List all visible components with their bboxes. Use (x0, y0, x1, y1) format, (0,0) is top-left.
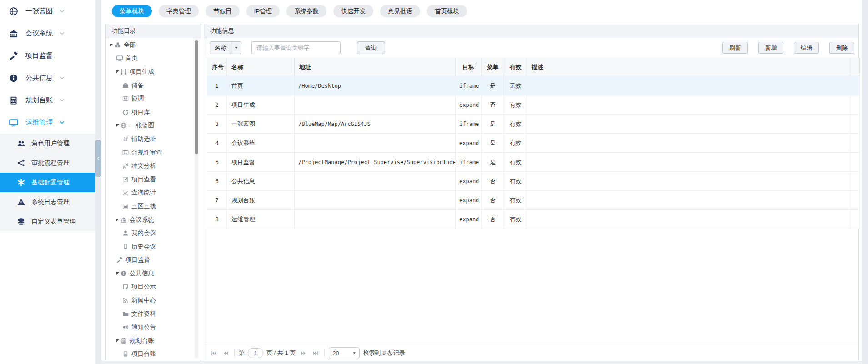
table-cell-spacer (850, 210, 860, 229)
tab-system-params[interactable]: 系统参数 (286, 5, 326, 17)
tree-expander-icon[interactable] (116, 70, 119, 73)
refresh-button[interactable]: 刷新 (722, 42, 748, 54)
tree-item-conflict-analysis[interactable]: 冲突分析 (106, 159, 201, 173)
tree-item-site-assist[interactable]: 辅助选址 (106, 132, 201, 146)
table-row[interactable]: 8运维管理expand否有效 (207, 210, 860, 229)
tree-item-three-zones[interactable]: 三区三线 (106, 199, 201, 213)
tab-home-module[interactable]: 首页模块 (427, 5, 467, 17)
search-button[interactable]: 查询 (357, 41, 385, 54)
pager-separator (234, 349, 235, 357)
tree-item-documents[interactable]: 文件资料 (106, 307, 201, 321)
add-button[interactable]: 新增 (758, 42, 783, 54)
tree-panel-title: 功能目录 (106, 24, 201, 38)
tree-item-coordinate[interactable]: 协调 (106, 92, 201, 105)
prev-page-button[interactable] (221, 349, 230, 358)
tab-dictionary[interactable]: 字典管理 (159, 5, 199, 17)
tree-item-my-meetings[interactable]: 我的会议 (106, 226, 201, 240)
tree-expander-icon[interactable] (116, 339, 119, 342)
table-row[interactable]: 6公共信息expand否有效 (207, 172, 860, 191)
table-row[interactable]: 5项目监督/ProjectManage/Project_Supervise/Su… (207, 153, 860, 172)
tree-item-history-meetings[interactable]: 历史会议 (106, 240, 201, 254)
tree-item-project-view[interactable]: 项目查看 (106, 173, 201, 186)
table-row[interactable]: 7规划台账expand否有效 (207, 191, 860, 210)
calculator-icon (120, 338, 127, 344)
tab-menu-module[interactable]: 菜单模块 (112, 5, 152, 17)
tree-item-label: 冲突分析 (131, 162, 156, 170)
column-header-address: 地址 (295, 58, 456, 76)
tree-item-public-info[interactable]: 公共信息 (106, 267, 201, 280)
table-cell-spacer (850, 115, 860, 134)
table-cell-valid: 有效 (504, 172, 527, 191)
tab-comment-phrases[interactable]: 意见批语 (380, 5, 420, 17)
table-row[interactable]: 2项目生成expand否有效 (207, 95, 860, 115)
sidebar-item-ops-manage[interactable]: 运维管理 (0, 111, 95, 134)
search-input[interactable] (251, 41, 341, 54)
submenu-item-approval-flow[interactable]: 审批流程管理 (0, 153, 95, 173)
sidebar-collapse-handle[interactable] (95, 140, 101, 177)
table-row[interactable]: 1首页/Home/Desktopiframe是无效 (207, 76, 860, 95)
table-cell-desc (527, 134, 850, 153)
tree-item-query-stats[interactable]: 查询统计 (106, 186, 201, 200)
tree-item-reserve[interactable]: 储备 (106, 79, 201, 92)
search-field-caret-button[interactable] (231, 41, 241, 54)
submenu-item-role-user[interactable]: 角色用户管理 (0, 134, 95, 153)
globe-icon (9, 7, 18, 16)
edit-button[interactable]: 编辑 (794, 42, 819, 54)
table-cell-name: 项目生成 (227, 95, 295, 115)
submenu-item-custom-form[interactable]: 自定义表单管理 (0, 212, 95, 231)
sidebar-item-meeting-system[interactable]: 会议系统 (0, 22, 95, 45)
tree-item-planning-ledger[interactable]: 规划台账 (106, 334, 201, 348)
table-cell-seq: 7 (207, 191, 227, 210)
chevron-down-icon (59, 97, 65, 103)
briefcase-icon (122, 82, 129, 89)
sidebar-item-blueprint[interactable]: 一张蓝图 (0, 0, 95, 22)
table-row[interactable]: 3一张蓝图/BlueMap/Map/ArcGIS4JSiframe是有效 (207, 115, 860, 134)
sidebar-item-planning-ledger[interactable]: 规划台账 (0, 89, 95, 111)
tree-expander-icon[interactable] (110, 44, 113, 46)
tree-item-label: 项目库 (131, 108, 150, 116)
tree-item-notices[interactable]: 通知公告 (106, 320, 201, 334)
table-cell-spacer (850, 153, 860, 172)
tree-item-project-ledger[interactable]: 项目台账 (106, 348, 201, 359)
tab-quick-dev[interactable]: 快速开发 (333, 5, 373, 17)
tree-item-project-library[interactable]: 项目库 (106, 105, 201, 119)
tree-expander-icon[interactable] (116, 124, 119, 127)
submenu-item-base-config[interactable]: 基础配置管理 (0, 173, 95, 192)
tree-item-home[interactable]: 首页 (106, 52, 201, 65)
tree-scrollbar-thumb[interactable] (195, 40, 198, 154)
tree-expander-icon[interactable] (116, 219, 119, 221)
tree-item-project-generate[interactable]: 项目生成 (106, 65, 201, 79)
delete-button[interactable]: 删除 (829, 42, 854, 54)
tree-item-news-center[interactable]: 新闻中心 (106, 294, 201, 307)
bottom-strip (101, 361, 868, 364)
first-page-button[interactable] (209, 349, 218, 358)
tree-item-label: 三区三线 (131, 202, 156, 210)
tree-item-compliance-review[interactable]: 合规性审查 (106, 146, 201, 160)
table-cell-target: expand (456, 95, 482, 115)
submenu-item-label: 审批流程管理 (31, 159, 70, 167)
tree-item-all[interactable]: 全部 (106, 38, 201, 52)
tree-item-label: 查询统计 (131, 189, 156, 197)
last-page-button[interactable] (311, 349, 320, 358)
tree-item-project-supervision[interactable]: 项目监督 (106, 254, 201, 267)
next-page-button[interactable] (299, 349, 308, 358)
sort-icon (122, 136, 129, 142)
page-label-prefix: 第 (239, 349, 245, 357)
table-row[interactable]: 4会议系统expand是有效 (207, 134, 860, 153)
search-field-select[interactable]: 名称 (210, 41, 231, 54)
page-number-input[interactable] (248, 348, 263, 358)
sidebar-item-public-info[interactable]: 公共信息 (0, 67, 95, 89)
tree-item-meeting-system[interactable]: 会议系统 (106, 213, 201, 227)
tab-holiday[interactable]: 节假日 (206, 5, 240, 17)
tree-item-project-publicity[interactable]: 项目公示 (106, 280, 201, 294)
bank-icon (9, 29, 18, 38)
page-size-select[interactable]: 20 (329, 347, 360, 359)
submenu-item-system-log[interactable]: 系统日志管理 (0, 192, 95, 212)
tree-expander-icon[interactable] (116, 272, 119, 275)
table-cell-address: /Home/Desktop (295, 76, 456, 95)
sidebar-item-project-supervision[interactable]: 项目监督 (0, 45, 95, 67)
submenu-item-label: 基础配置管理 (31, 179, 70, 187)
table-cell-desc (527, 191, 850, 210)
tab-ip-manage[interactable]: IP管理 (246, 5, 280, 17)
tree-item-blueprint[interactable]: 一张蓝图 (106, 119, 201, 133)
